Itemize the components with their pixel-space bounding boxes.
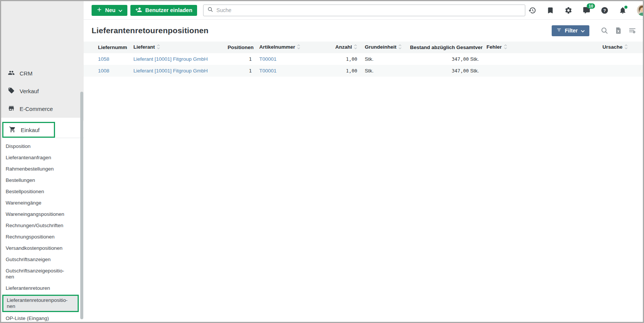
- sidebar-item-label: CRM: [20, 70, 32, 77]
- storefront-icon: [8, 105, 15, 113]
- bestand-unit: Stk.: [470, 56, 479, 62]
- chevron-down-icon: [118, 7, 122, 13]
- sort-icon[interactable]: [504, 45, 507, 51]
- sidebar-subitem-op-liste-eingang[interactable]: OP-Liste (Eingang): [1, 313, 75, 323]
- invite-user-label: Benutzer einladen: [145, 7, 192, 13]
- column-header-positionen[interactable]: Positionen: [224, 42, 255, 53]
- column-header-grundeinheit[interactable]: Grundeinheit: [361, 42, 406, 53]
- sidebar-item-verkauf[interactable]: Verkauf: [1, 82, 84, 100]
- sidebar-scrollbar[interactable]: [80, 92, 83, 319]
- column-settings-icon[interactable]: [629, 27, 636, 34]
- positionen-value: 1: [249, 56, 252, 62]
- sidebar-item-einkauf[interactable]: Einkauf: [3, 123, 54, 137]
- sidebar-subitem-bestellungen[interactable]: Bestellungen: [1, 175, 75, 186]
- sidebar-subitem-rechnungen-gutschriften[interactable]: Rechnungen/Gutschriften: [1, 220, 75, 231]
- bestand-value: 347,00: [452, 68, 469, 74]
- page-header: Lieferantenretourenpositionen Filter: [84, 20, 643, 42]
- bestand-value: 347,00: [452, 56, 469, 62]
- divider: [56, 138, 84, 138]
- sidebar-item-label: Verkauf: [20, 88, 39, 94]
- table-header: Liefernumm Lieferant Positionen Artikeln…: [84, 42, 643, 53]
- column-header-fehler[interactable]: Fehler: [483, 42, 516, 53]
- sort-icon[interactable]: [354, 45, 357, 51]
- sidebar-subitem-disposition[interactable]: Disposition: [1, 141, 75, 152]
- sidebar-subitem-gutschriftsanzeigen[interactable]: Gutschriftsanzeigen: [1, 254, 75, 265]
- column-header-artikelnummer[interactable]: Artikelnummer: [255, 42, 312, 53]
- column-header-anzahl[interactable]: Anzahl: [312, 42, 361, 53]
- sidebar-submenu-panel: Einkauf Disposition Lieferantenanfragen …: [1, 118, 84, 322]
- grundeinheit-value: Stk.: [365, 68, 373, 74]
- table-row[interactable]: 1008 Lieferant [10001] Fitgroup GmbH 1 T…: [84, 65, 643, 77]
- new-button[interactable]: Neu: [92, 5, 127, 16]
- sidebar-subitem-wareneingaenge[interactable]: Wareneingänge: [1, 197, 75, 209]
- messages-badge: 10: [587, 3, 595, 9]
- liefernummer-link[interactable]: 1008: [98, 68, 109, 74]
- chevron-down-icon: [581, 28, 585, 34]
- artikelnummer-link[interactable]: T00001: [259, 56, 277, 62]
- anzahl-value: 1,00: [346, 68, 357, 74]
- page-title: Lieferantenretourenpositionen: [92, 26, 208, 35]
- filter-button-label: Filter: [565, 28, 578, 34]
- positionen-value: 1: [249, 68, 252, 74]
- sidebar-item-label: E-Commerce: [20, 106, 53, 112]
- sidebar-subitem-rahmenbestellungen[interactable]: Rahmenbestellungen: [1, 163, 75, 175]
- global-search: [203, 5, 525, 16]
- bestand-unit: Stk.: [470, 68, 479, 74]
- sidebar-subitem-gutschriftsanzeigepositionen[interactable]: Gutschriftsanzeigepositio-nen: [1, 265, 75, 283]
- people-icon: [8, 69, 15, 77]
- topbar: Neu Benutzer einladen 10 ?: [84, 1, 643, 20]
- tag-icon: [8, 87, 15, 95]
- person-add-icon: [135, 6, 142, 14]
- column-header-ursache[interactable]: Ursache: [516, 42, 643, 53]
- sidebar-subitem-lieferantenretourenpositionen[interactable]: Lieferantenretourenpositio-nen: [2, 295, 79, 312]
- search-icon: [207, 6, 213, 14]
- grundeinheit-value: Stk.: [365, 56, 373, 62]
- sort-icon[interactable]: [398, 45, 402, 51]
- filter-button[interactable]: Filter: [552, 25, 589, 36]
- artikelnummer-link[interactable]: T00001: [259, 68, 277, 74]
- history-icon[interactable]: [528, 6, 536, 14]
- column-header-liefernummer[interactable]: Liefernumm: [84, 42, 130, 53]
- sidebar-subitem-bestellpositionen[interactable]: Bestellpositionen: [1, 186, 75, 197]
- sidebar-submenu: Disposition Lieferantenanfragen Rahmenbe…: [1, 141, 84, 323]
- filter-icon: [556, 27, 562, 34]
- svg-text:?: ?: [603, 8, 606, 12]
- column-header-lieferant[interactable]: Lieferant: [130, 42, 224, 53]
- lieferant-link[interactable]: Lieferant [10001] Fitgroup GmbH: [133, 68, 208, 74]
- cart-icon: [9, 126, 16, 134]
- invite-user-button[interactable]: Benutzer einladen: [130, 5, 197, 16]
- new-button-label: Neu: [105, 7, 115, 13]
- bookmark-icon[interactable]: [546, 6, 554, 14]
- sidebar-subitem-rechnungspositionen[interactable]: Rechnungspositionen: [1, 231, 75, 243]
- plus-icon: [96, 7, 102, 14]
- excel-export-icon[interactable]: [615, 27, 622, 34]
- sidebar-subitem-lieferantenretouren[interactable]: Lieferantenretouren: [1, 283, 75, 294]
- main-content: Neu Benutzer einladen 10 ?: [84, 1, 643, 322]
- table-row[interactable]: 1058 Lieferant [10001] Fitgroup GmbH 1 T…: [84, 53, 643, 65]
- liefernummer-link[interactable]: 1058: [98, 56, 109, 62]
- sort-icon[interactable]: [157, 45, 160, 51]
- anzahl-value: 1,00: [346, 56, 357, 62]
- sidebar-subitem-lieferantenanfragen[interactable]: Lieferantenanfragen: [1, 152, 75, 163]
- sidebar-subitem-wareneingangspositionen[interactable]: Wareneingangspositionen: [1, 209, 75, 220]
- sidebar-subitem-versandkostenpositionen[interactable]: Versandkostenpositionen: [1, 243, 75, 254]
- bell-icon[interactable]: [619, 6, 627, 14]
- column-header-bestand[interactable]: Bestand abzüglich Gesamtver: [406, 42, 483, 53]
- sidebar: CRM Verkauf E-Commerce Einkauf Dispositi…: [1, 1, 84, 322]
- search-input[interactable]: [216, 7, 521, 13]
- sort-icon[interactable]: [297, 45, 300, 51]
- help-icon[interactable]: ?: [601, 6, 609, 14]
- notification-dot: [624, 6, 627, 9]
- avatar[interactable]: [637, 5, 644, 16]
- table-search-icon[interactable]: [601, 27, 608, 34]
- sort-icon[interactable]: [624, 45, 628, 51]
- sidebar-main-nav: CRM Verkauf E-Commerce: [1, 1, 84, 118]
- gear-icon[interactable]: [564, 6, 572, 14]
- sidebar-item-crm[interactable]: CRM: [1, 65, 84, 82]
- sidebar-item-ecommerce[interactable]: E-Commerce: [1, 100, 84, 118]
- app-window: CRM Verkauf E-Commerce Einkauf Dispositi…: [0, 0, 644, 323]
- annotation-box-einkauf: Einkauf: [2, 122, 55, 138]
- lieferant-link[interactable]: Lieferant [10001] Fitgroup GmbH: [133, 56, 208, 62]
- topbar-icon-group: 10 ?: [528, 5, 644, 16]
- chat-icon[interactable]: 10: [583, 6, 590, 14]
